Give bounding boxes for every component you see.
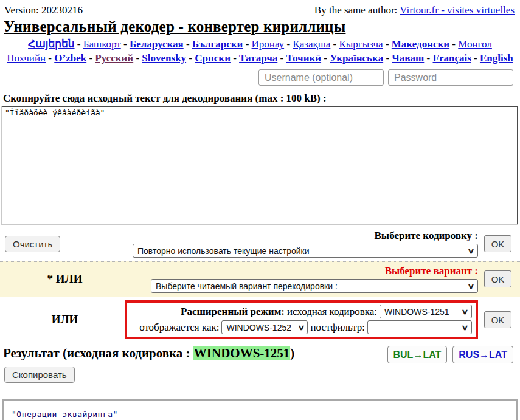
bul-to-lat-button[interactable]: BUL→LAT <box>387 346 448 363</box>
lang-link-srpski[interactable]: Српски <box>195 52 231 64</box>
source-encoding-select[interactable]: WINDOWS-1251 ∨ <box>380 305 472 318</box>
author-prefix: By the same author: <box>314 4 400 16</box>
lang-link-tojiki[interactable]: Точикӣ <box>286 52 321 64</box>
link-separator: - <box>424 52 432 64</box>
advanced-ok-button[interactable]: OK <box>484 311 511 328</box>
encoding-row-right: OK <box>480 235 520 252</box>
encoding-select[interactable]: Повторно использовать текущие настройки … <box>133 244 478 258</box>
link-separator: - <box>471 52 480 64</box>
source-encoding-value: WINDOWS-1251 <box>384 307 449 317</box>
link-separator: - <box>284 38 293 50</box>
link-separator: - <box>383 52 392 64</box>
result-encoding-highlight: WINDOWS-1251 <box>193 346 291 360</box>
link-separator: - <box>243 38 251 50</box>
author-line: By the same author: Virtour.fr - visites… <box>314 4 515 16</box>
result-text: "Операции эквайринга" <box>12 410 118 419</box>
lang-link-hayeren[interactable]: Հայերեն <box>28 38 74 50</box>
variant-select[interactable]: Выберите читаемый вариант перекодировки … <box>151 279 478 293</box>
advanced-row: ИЛИ Расширенный режим: исходная кодировк… <box>0 297 520 343</box>
lang-link-ozbek[interactable]: O’zbek <box>54 52 86 64</box>
link-separator: - <box>75 38 83 50</box>
encoding-row-left: Очистить <box>0 236 125 252</box>
lang-link-english[interactable]: English <box>480 52 513 64</box>
advanced-or-label: ИЛИ <box>0 313 125 326</box>
chevron-down-icon: ∨ <box>461 323 468 332</box>
copy-button[interactable]: Скопировать <box>4 367 75 383</box>
link-separator: - <box>121 38 130 50</box>
lang-link-ukrainska[interactable]: Українська <box>330 52 383 64</box>
language-nav-row1: Հայերեն - Башкорт - Беларуская - Българс… <box>0 37 520 51</box>
lang-link-chavash[interactable]: Чаваш <box>392 52 424 64</box>
clear-button[interactable]: Очистить <box>5 236 60 252</box>
result-header: Результат (исходная кодировка : WINDOWS-… <box>0 343 520 363</box>
lang-link-kyrgyzcha[interactable]: Кыргызча <box>339 38 383 50</box>
result-title-prefix: Результат (исходная кодировка : <box>3 346 193 360</box>
encoding-row-mid: Выберите кодировку : Повторно использова… <box>125 230 480 258</box>
auth-row <box>0 69 520 86</box>
link-separator: - <box>186 52 195 64</box>
page-title: Универсальный декодер - конвертер кирилл… <box>0 18 520 35</box>
username-input[interactable] <box>258 69 384 86</box>
translit-buttons: BUL→LAT RUS→LAT <box>387 346 514 363</box>
variant-or-label: * ИЛИ <box>0 272 125 286</box>
result-title: Результат (исходная кодировка : WINDOWS-… <box>3 346 294 361</box>
result-output-box: "Операции эквайринга" <box>2 399 518 420</box>
language-nav-row2: Нохчийн - O’zbek - Русский - Slovensky -… <box>0 51 520 65</box>
top-bar: Version: 20230216 By the same author: Vi… <box>0 0 520 16</box>
link-separator: - <box>330 38 339 50</box>
lang-link-noxchiyn[interactable]: Нохчийн <box>7 52 46 64</box>
chevron-down-icon: ∨ <box>297 323 305 332</box>
link-separator: - <box>383 38 392 50</box>
displayed-as-label: отображается как: <box>139 322 219 334</box>
variant-row-mid: Выберите вариант : Выберите читаемый вар… <box>125 265 480 293</box>
encoding-select-value: Повторно использовать текущие настройки <box>137 246 310 256</box>
encoding-label: Выберите кодировку : <box>375 230 478 242</box>
link-separator: - <box>449 38 458 50</box>
language-nav: Հայերեն - Башкорт - Беларуская - Българс… <box>0 37 520 65</box>
lang-link-qazaqsha[interactable]: Қазақша <box>293 38 330 50</box>
lang-link-francais[interactable]: Français <box>433 52 471 64</box>
link-separator: - <box>321 52 330 64</box>
advanced-row-right: OK <box>480 311 520 328</box>
variant-label: Выберите вариант : <box>385 265 478 277</box>
advanced-line-1: Расширенный режим: исходная кодировка: W… <box>181 305 472 318</box>
chevron-down-icon: ∨ <box>467 282 474 291</box>
variant-row-right: OK <box>480 270 520 287</box>
advanced-line-2: отображается как: WINDOWS-1252 ∨ постфил… <box>139 320 472 334</box>
link-separator: - <box>86 52 95 64</box>
lang-link-belaruskaya[interactable]: Беларуская <box>130 38 184 50</box>
rus-to-lat-button[interactable]: RUS→LAT <box>452 346 513 363</box>
link-separator: - <box>46 52 54 64</box>
variant-row: * ИЛИ Выберите вариант : Выберите читаем… <box>0 261 520 297</box>
result-title-suffix: ) <box>290 346 294 360</box>
link-separator: - <box>277 52 286 64</box>
lang-link-mongol[interactable]: Монгол <box>458 38 492 50</box>
source-textarea[interactable]: "Îïåðàöèè ýêâàéðèíãà" <box>2 106 518 224</box>
advanced-mode-box: Расширенный режим: исходная кодировка: W… <box>125 300 478 339</box>
lang-link-bashkort[interactable]: Башкорт <box>83 38 121 50</box>
password-input[interactable] <box>388 69 513 86</box>
version-label: Version: 20230216 <box>4 4 83 16</box>
source-encoding-label: исходная кодировка: <box>287 306 377 318</box>
lang-link-russkiy[interactable]: Русский <box>95 52 133 64</box>
link-separator: - <box>133 52 142 64</box>
lang-link-slovensky[interactable]: Slovensky <box>142 52 186 64</box>
displayed-as-value: WINDOWS-1252 <box>226 323 291 332</box>
encoding-ok-button[interactable]: OK <box>484 235 511 252</box>
chevron-down-icon: ∨ <box>461 308 468 316</box>
variant-select-value: Выберите читаемый вариант перекодировки … <box>156 281 338 291</box>
postfilter-label: постфильтр: <box>310 322 365 334</box>
advanced-row-mid: Расширенный режим: исходная кодировка: W… <box>125 300 480 339</box>
encoding-row: Очистить Выберите кодировку : Повторно и… <box>0 227 520 261</box>
author-link[interactable]: Virtour.fr - visites virtuelles <box>400 4 515 16</box>
advanced-mode-label: Расширенный режим: <box>181 306 285 318</box>
lang-link-bulgarski[interactable]: Български <box>192 38 243 50</box>
displayed-as-select[interactable]: WINDOWS-1252 ∨ <box>221 320 308 334</box>
variant-ok-button[interactable]: OK <box>484 270 511 287</box>
link-separator: - <box>184 38 192 50</box>
postfilter-select[interactable]: ∨ <box>367 320 472 334</box>
lang-link-makedonski[interactable]: Македонски <box>392 38 449 50</box>
lang-link-tatarcha[interactable]: Татарча <box>239 52 277 64</box>
lang-link-ironau[interactable]: Иронау <box>252 38 285 50</box>
source-label: Скопируйте сюда исходный текст для декод… <box>0 92 520 105</box>
